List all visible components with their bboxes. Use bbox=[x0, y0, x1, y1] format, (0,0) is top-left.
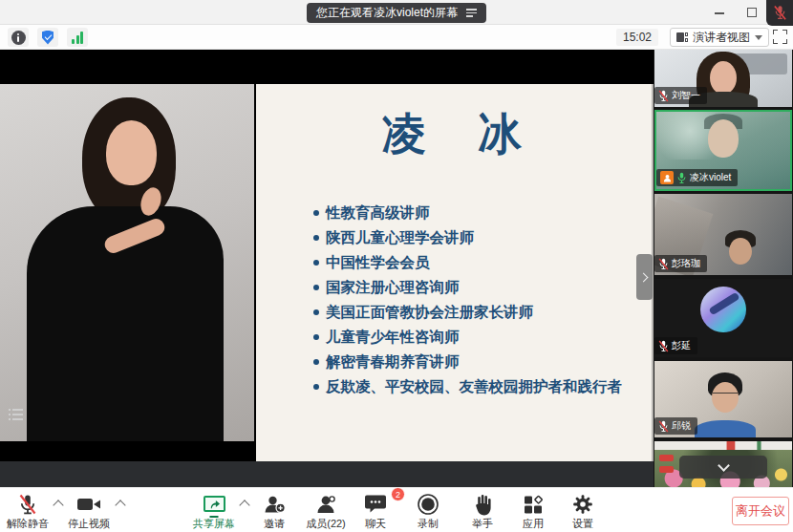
participant-name: 邱锐 bbox=[672, 419, 691, 433]
list-marks-icon bbox=[9, 409, 23, 420]
meeting-info-button[interactable] bbox=[8, 28, 29, 47]
record-circle-icon bbox=[417, 493, 439, 516]
info-icon bbox=[11, 31, 26, 45]
meeting-topbar: 15:02 演讲者视图 bbox=[0, 25, 793, 50]
participant-name: 彭延 bbox=[672, 339, 691, 352]
hand-icon bbox=[472, 493, 493, 516]
maximize-button[interactable] bbox=[747, 8, 757, 17]
slide-bullet: 反欺凌、平安校园、友善校园拥护者和践行者 bbox=[313, 374, 622, 399]
mic-muted-icon bbox=[658, 90, 669, 102]
gear-icon bbox=[571, 493, 594, 516]
mic-muted-icon bbox=[658, 340, 669, 352]
participant-namebar: 彭珞珈 bbox=[654, 255, 707, 272]
invite-button[interactable]: 邀请 bbox=[252, 492, 296, 531]
camera-icon bbox=[76, 493, 101, 516]
list-menu-icon[interactable] bbox=[466, 9, 477, 17]
slide-bullet-list: 性教育高级讲师 陕西儿童心理学会讲师 中国性学会会员 国家注册心理咨询师 美国正… bbox=[313, 201, 622, 399]
participant-tile[interactable]: 刘智一 bbox=[654, 50, 792, 107]
slide-bullet: 中国性学会会员 bbox=[313, 250, 622, 275]
meeting-window: 您正在观看凌冰violet的屏幕 bbox=[0, 0, 793, 532]
watching-screen-pill: 您正在观看凌冰violet的屏幕 bbox=[307, 3, 486, 23]
slide-bullet: 解密青春期养育讲师 bbox=[313, 350, 622, 374]
raise-hand-button[interactable]: 举手 bbox=[461, 492, 504, 531]
participants-sidebar: 刘智一 凌冰violet bbox=[654, 50, 793, 489]
apps-grid-icon bbox=[522, 493, 545, 516]
participant-namebar: 彭延 bbox=[654, 337, 697, 354]
chevron-right-icon bbox=[639, 272, 649, 282]
participant-tile[interactable]: 邱锐 bbox=[654, 361, 792, 437]
chat-bubble-icon bbox=[364, 494, 387, 515]
shared-screen-area: 凌 冰 性教育高级讲师 陕西儿童心理学会讲师 中国性学会会员 国家注册心理咨询师… bbox=[0, 50, 654, 487]
bottom-toolbar: 解除静音 停止视频 共享屏幕 bbox=[0, 487, 793, 532]
video-options-chevron[interactable] bbox=[115, 500, 125, 510]
signal-bars-icon bbox=[72, 32, 83, 44]
participant-tile-active-speaker[interactable]: 凌冰violet bbox=[654, 110, 792, 191]
sidebar-collapse-handle[interactable] bbox=[636, 254, 653, 300]
participant-name: 彭珞珈 bbox=[672, 257, 700, 270]
chevron-down-icon bbox=[718, 459, 730, 472]
slide-bullet: 陕西儿童心理学会讲师 bbox=[313, 225, 622, 250]
chat-unread-badge: 2 bbox=[391, 487, 405, 501]
mic-muted-icon bbox=[773, 5, 787, 21]
fullscreen-button[interactable] bbox=[773, 30, 787, 44]
avatar bbox=[700, 287, 746, 332]
participant-namebar: 凌冰violet bbox=[656, 169, 738, 186]
stop-video-button[interactable]: 停止视频 bbox=[63, 492, 115, 531]
slide-bullet: 国家注册心理咨询师 bbox=[313, 275, 622, 300]
presentation-slide: 凌 冰 性教育高级讲师 陕西儿童心理学会讲师 中国性学会会员 国家注册心理咨询师… bbox=[256, 84, 654, 461]
view-mode-button[interactable]: 演讲者视图 bbox=[670, 28, 769, 47]
host-person-badge-icon bbox=[660, 171, 674, 184]
settings-button[interactable]: 设置 bbox=[561, 492, 605, 531]
window-titlebar: 您正在观看凌冰violet的屏幕 bbox=[0, 0, 793, 25]
shield-icon bbox=[42, 31, 54, 45]
scroll-more-participants-button[interactable] bbox=[679, 456, 767, 479]
slide-bullet: 儿童青少年性咨询师 bbox=[313, 325, 622, 350]
presenter-photo bbox=[0, 84, 254, 441]
minimize-button[interactable] bbox=[715, 12, 724, 14]
mic-muted-icon bbox=[658, 258, 669, 270]
share-screen-icon bbox=[204, 496, 225, 512]
layout-icon bbox=[676, 32, 688, 42]
chevron-down-icon bbox=[755, 35, 762, 40]
members-button[interactable]: 成员(22) bbox=[299, 492, 353, 531]
participant-namebar: 邱锐 bbox=[654, 417, 697, 435]
person-add-icon bbox=[263, 493, 286, 516]
participant-tile[interactable]: 彭延 bbox=[654, 279, 792, 357]
slide-title: 凌 冰 bbox=[256, 105, 652, 164]
unmute-button[interactable]: 解除静音 bbox=[2, 492, 54, 531]
slide-bullet: 美国正面管教协会注册家长讲师 bbox=[313, 300, 622, 325]
meeting-clock: 15:02 bbox=[616, 29, 658, 46]
leave-meeting-button[interactable]: 离开会议 bbox=[732, 497, 789, 525]
people-icon bbox=[314, 493, 337, 516]
view-mode-label: 演讲者视图 bbox=[693, 30, 750, 46]
share-screen-button[interactable]: 共享屏幕 bbox=[188, 492, 240, 531]
participant-name: 凌冰violet bbox=[690, 171, 731, 184]
share-bottom-strip bbox=[0, 461, 654, 487]
chat-button[interactable]: 2 聊天 bbox=[354, 492, 396, 531]
mic-muted-icon bbox=[16, 493, 39, 516]
watching-screen-label: 您正在观看凌冰violet的屏幕 bbox=[316, 5, 458, 21]
share-options-chevron[interactable] bbox=[239, 500, 249, 510]
mic-options-chevron[interactable] bbox=[53, 500, 63, 510]
participant-namebar: 刘智一 bbox=[654, 87, 707, 104]
record-button[interactable]: 录制 bbox=[406, 492, 450, 531]
participant-tile[interactable]: 彭珞珈 bbox=[654, 194, 792, 275]
mic-muted-icon bbox=[658, 420, 669, 433]
network-quality-button[interactable] bbox=[67, 28, 88, 47]
mic-on-icon bbox=[676, 172, 687, 184]
participant-name: 刘智一 bbox=[672, 89, 700, 102]
meeting-security-button[interactable] bbox=[37, 28, 58, 47]
floating-mic-status[interactable] bbox=[766, 0, 793, 26]
slide-bullet: 性教育高级讲师 bbox=[313, 201, 622, 225]
participant-tile-partial[interactable] bbox=[654, 441, 792, 489]
apps-button[interactable]: 应用 bbox=[511, 492, 555, 531]
